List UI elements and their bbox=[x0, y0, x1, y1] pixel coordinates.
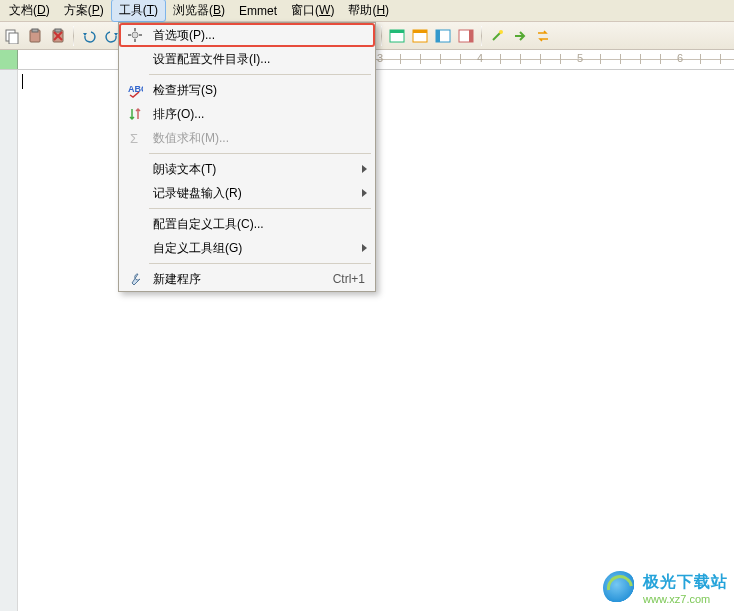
wand-icon[interactable] bbox=[487, 26, 507, 46]
menu-label-post: ) bbox=[330, 3, 334, 17]
ruler-number: 6 bbox=[677, 52, 683, 64]
svg-rect-5 bbox=[55, 29, 61, 32]
menu-label-post: ) bbox=[46, 3, 50, 17]
menu-record-keyboard[interactable]: 记录键盘输入(R) bbox=[119, 181, 375, 205]
ruler-number: 5 bbox=[577, 52, 583, 64]
menu-hotkey: H bbox=[376, 3, 385, 17]
svg-rect-1 bbox=[9, 33, 18, 44]
output-icon[interactable] bbox=[410, 26, 430, 46]
menu-label: 工具( bbox=[119, 3, 147, 17]
menu-emmet[interactable]: Emmet bbox=[232, 2, 284, 20]
terminal-icon[interactable] bbox=[387, 26, 407, 46]
menu-item-label: 记录键盘输入(R) bbox=[147, 185, 369, 202]
menu-separator bbox=[149, 74, 371, 75]
ruler-number: 3 bbox=[377, 52, 383, 64]
menu-item-shortcut: Ctrl+1 bbox=[333, 272, 369, 286]
menu-item-label: 新建程序 bbox=[147, 271, 333, 288]
menu-separator bbox=[149, 208, 371, 209]
watermark-logo-icon bbox=[603, 571, 637, 605]
svg-rect-22 bbox=[436, 30, 440, 42]
menu-spellcheck[interactable]: ABC 检查拼写(S) bbox=[119, 78, 375, 102]
menu-configure-tools[interactable]: 配置自定义工具(C)... bbox=[119, 212, 375, 236]
menu-hotkey: D bbox=[37, 3, 46, 17]
menu-new-program[interactable]: 新建程序 Ctrl+1 bbox=[119, 267, 375, 291]
swap-icon[interactable] bbox=[533, 26, 553, 46]
svg-rect-3 bbox=[32, 29, 38, 32]
tools-dropdown: 首选项(P)... 设置配置文件目录(I)... ABC 检查拼写(S) 排序(… bbox=[118, 22, 376, 292]
menu-label-post: ) bbox=[100, 3, 104, 17]
gear-icon bbox=[123, 27, 147, 43]
menu-hotkey: B bbox=[213, 3, 221, 17]
menu-item-label: 检查拼写(S) bbox=[147, 82, 369, 99]
menu-custom-tool-groups[interactable]: 自定义工具组(G) bbox=[119, 236, 375, 260]
menu-tools[interactable]: 工具(T) bbox=[111, 0, 166, 22]
svg-text:ABC: ABC bbox=[128, 84, 143, 94]
toolbar-sep bbox=[381, 26, 382, 46]
ruler-origin bbox=[0, 50, 18, 69]
watermark: 极光下载站 www.xz7.com bbox=[603, 571, 728, 605]
menu-item-label: 自定义工具组(G) bbox=[147, 240, 369, 257]
menu-item-label: 首选项(P)... bbox=[147, 27, 369, 44]
chevron-right-icon bbox=[362, 189, 367, 197]
menu-label: 帮助( bbox=[348, 3, 376, 17]
svg-rect-18 bbox=[390, 30, 404, 33]
arrow-right-icon[interactable] bbox=[510, 26, 530, 46]
menu-label: 浏览器( bbox=[173, 3, 213, 17]
watermark-text: 极光下载站 www.xz7.com bbox=[643, 572, 728, 605]
menu-separator bbox=[149, 153, 371, 154]
ruler-number: 4 bbox=[477, 52, 483, 64]
menu-separator bbox=[149, 263, 371, 264]
wrench-icon bbox=[123, 271, 147, 287]
menu-browser[interactable]: 浏览器(B) bbox=[166, 0, 232, 21]
sort-icon bbox=[123, 106, 147, 122]
svg-rect-24 bbox=[469, 30, 473, 42]
menu-item-label: 配置自定义工具(C)... bbox=[147, 216, 369, 233]
menu-label: 方案( bbox=[64, 3, 92, 17]
svg-rect-20 bbox=[413, 30, 427, 33]
menu-read-text[interactable]: 朗读文本(T) bbox=[119, 157, 375, 181]
menu-label-post: ) bbox=[385, 3, 389, 17]
clipboard-icon[interactable] bbox=[25, 26, 45, 46]
menu-help[interactable]: 帮助(H) bbox=[341, 0, 396, 21]
sigma-icon: Σ bbox=[123, 130, 147, 146]
chevron-right-icon bbox=[362, 244, 367, 252]
menubar: 文档(D) 方案(P) 工具(T) 浏览器(B) Emmet 窗口(W) 帮助(… bbox=[0, 0, 734, 22]
menu-item-label: 排序(O)... bbox=[147, 106, 369, 123]
menu-set-profile-dir[interactable]: 设置配置文件目录(I)... bbox=[119, 47, 375, 71]
chevron-right-icon bbox=[362, 165, 367, 173]
watermark-title: 极光下载站 bbox=[643, 572, 728, 593]
svg-point-27 bbox=[132, 32, 138, 38]
menu-window[interactable]: 窗口(W) bbox=[284, 0, 341, 21]
toolbar-sep bbox=[73, 26, 74, 46]
svg-point-26 bbox=[499, 30, 503, 34]
menu-sort[interactable]: 排序(O)... bbox=[119, 102, 375, 126]
menu-project[interactable]: 方案(P) bbox=[57, 0, 111, 21]
menu-sum: Σ 数值求和(M)... bbox=[119, 126, 375, 150]
menu-item-label: 朗读文本(T) bbox=[147, 161, 369, 178]
menu-document[interactable]: 文档(D) bbox=[2, 0, 57, 21]
panel2-icon[interactable] bbox=[456, 26, 476, 46]
editor-gutter bbox=[0, 70, 18, 611]
menu-label-post: ) bbox=[154, 3, 158, 17]
menu-item-label: 设置配置文件目录(I)... bbox=[147, 51, 369, 68]
menu-hotkey: T bbox=[147, 3, 154, 17]
undo-icon[interactable] bbox=[79, 26, 99, 46]
menu-label: 窗口( bbox=[291, 3, 319, 17]
text-cursor bbox=[22, 74, 23, 89]
menu-hotkey: W bbox=[319, 3, 330, 17]
menu-label: 文档( bbox=[9, 3, 37, 17]
clipboard-delete-icon[interactable] bbox=[48, 26, 68, 46]
menu-hotkey: P bbox=[92, 3, 100, 17]
toolbar-sep bbox=[481, 26, 482, 46]
menu-label: Emmet bbox=[239, 4, 277, 18]
menu-label-post: ) bbox=[221, 3, 225, 17]
menu-item-label: 数值求和(M)... bbox=[147, 130, 369, 147]
watermark-url: www.xz7.com bbox=[643, 593, 728, 605]
spellcheck-icon: ABC bbox=[123, 82, 147, 98]
panel-icon[interactable] bbox=[433, 26, 453, 46]
svg-text:Σ: Σ bbox=[130, 131, 138, 146]
copy-icon[interactable] bbox=[2, 26, 22, 46]
menu-preferences[interactable]: 首选项(P)... bbox=[119, 23, 375, 47]
